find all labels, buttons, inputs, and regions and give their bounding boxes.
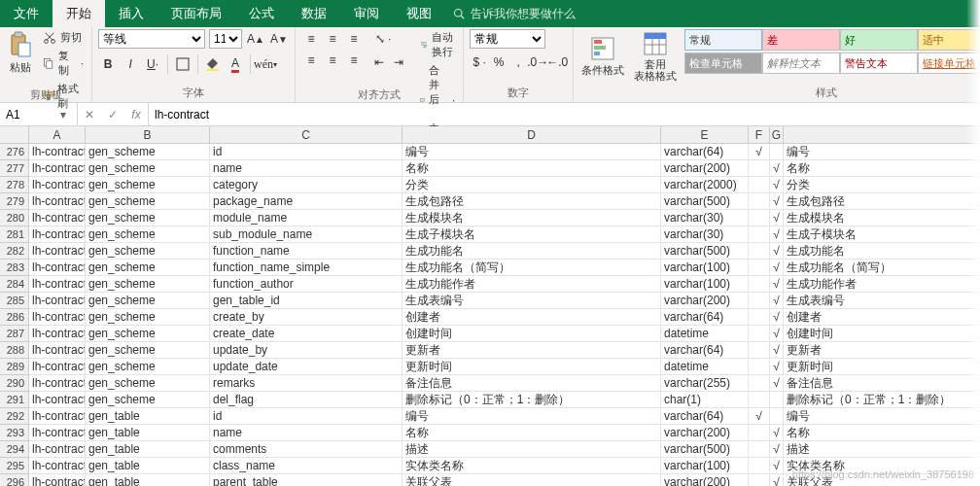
cell[interactable]: gen_table: [86, 441, 210, 458]
style-link[interactable]: 链接单元格: [918, 52, 980, 74]
cell[interactable]: [749, 309, 770, 326]
cell[interactable]: 生成功能名: [402, 243, 661, 260]
cell[interactable]: 分类: [784, 177, 980, 193]
cell[interactable]: √: [770, 160, 784, 177]
cell[interactable]: √: [770, 177, 784, 193]
decrease-font-button[interactable]: A▼: [269, 29, 289, 49]
cell[interactable]: parent_table: [210, 474, 402, 486]
style-neutral[interactable]: 适中: [918, 29, 980, 51]
cell[interactable]: varchar(30): [661, 226, 749, 243]
cell[interactable]: √: [770, 193, 784, 210]
cell[interactable]: module_name: [210, 210, 402, 226]
align-left-button[interactable]: ≡: [301, 51, 321, 70]
cell[interactable]: varchar(200): [661, 474, 749, 486]
increase-decimal-button[interactable]: .0→: [528, 52, 547, 72]
cell[interactable]: [749, 260, 770, 276]
tab-插入[interactable]: 插入: [105, 0, 158, 27]
cell[interactable]: 创建者: [784, 309, 980, 326]
cell[interactable]: create_by: [210, 309, 402, 326]
cell[interactable]: gen_scheme: [86, 160, 210, 177]
align-top-button[interactable]: ≡: [301, 29, 321, 49]
cell[interactable]: gen_scheme: [86, 293, 210, 309]
cell[interactable]: √: [770, 375, 784, 392]
row-header[interactable]: 282: [0, 243, 29, 260]
cell[interactable]: 生成子模块名: [402, 226, 661, 243]
select-all-corner[interactable]: [0, 126, 29, 143]
tell-me-search[interactable]: 告诉我你想要做什么: [453, 0, 576, 27]
cell[interactable]: √: [770, 226, 784, 243]
cell[interactable]: 编号: [402, 144, 661, 160]
row-header[interactable]: 278: [0, 177, 29, 193]
cell[interactable]: 创建时间: [402, 326, 661, 342]
col-header-H[interactable]: [784, 126, 980, 143]
cell[interactable]: √: [770, 293, 784, 309]
cell[interactable]: 删除标记（0：正常；1：删除）: [784, 392, 980, 408]
cell[interactable]: gen_table: [86, 474, 210, 486]
cell[interactable]: varchar(200): [661, 293, 749, 309]
border-button[interactable]: [173, 54, 192, 74]
tab-文件[interactable]: 文件: [0, 0, 52, 27]
cell[interactable]: gen_scheme: [86, 326, 210, 342]
cell[interactable]: 名称: [402, 425, 661, 441]
cell[interactable]: 备注信息: [402, 375, 661, 392]
paste-button[interactable]: 粘贴: [6, 29, 35, 75]
cell[interactable]: [749, 243, 770, 260]
cell[interactable]: [749, 474, 770, 486]
cell[interactable]: datetime: [661, 359, 749, 375]
cell[interactable]: comments: [210, 441, 402, 458]
tab-公式[interactable]: 公式: [235, 0, 288, 27]
cell[interactable]: gen_scheme: [86, 243, 210, 260]
col-header-G[interactable]: G: [770, 126, 784, 143]
row-header[interactable]: 289: [0, 359, 29, 375]
row-header[interactable]: 285: [0, 293, 29, 309]
row-header[interactable]: 280: [0, 210, 29, 226]
row-header[interactable]: 287: [0, 326, 29, 342]
cell[interactable]: [749, 177, 770, 193]
cell[interactable]: gen_scheme: [86, 375, 210, 392]
cell[interactable]: 名称: [784, 160, 980, 177]
cell[interactable]: 描述: [402, 441, 661, 458]
cell[interactable]: gen_scheme: [86, 392, 210, 408]
cell[interactable]: 描述: [784, 441, 980, 458]
copy-button[interactable]: 复制 ·: [41, 48, 86, 79]
row-header[interactable]: 283: [0, 260, 29, 276]
cell[interactable]: gen_scheme: [86, 193, 210, 210]
cell[interactable]: varchar(64): [661, 309, 749, 326]
cell[interactable]: √: [770, 342, 784, 359]
row-header[interactable]: 279: [0, 193, 29, 210]
cell[interactable]: 生成子模块名: [784, 226, 980, 243]
style-good[interactable]: 好: [840, 29, 918, 51]
tab-页面布局[interactable]: 页面布局: [158, 0, 235, 27]
cell[interactable]: [749, 210, 770, 226]
cell[interactable]: varchar(100): [661, 276, 749, 293]
cell[interactable]: lh-contract: [29, 326, 86, 342]
cell[interactable]: 生成功能名（简写）: [402, 260, 661, 276]
cell[interactable]: gen_scheme: [86, 177, 210, 193]
cell[interactable]: lh-contract: [29, 276, 86, 293]
cell[interactable]: √: [770, 243, 784, 260]
cut-button[interactable]: 剪切: [41, 29, 86, 46]
cell[interactable]: update_date: [210, 359, 402, 375]
cell[interactable]: 生成功能作者: [784, 276, 980, 293]
cell[interactable]: lh-contract: [29, 425, 86, 441]
cell[interactable]: 实体类名称: [784, 458, 980, 474]
style-bad[interactable]: 差: [762, 29, 840, 51]
cell[interactable]: varchar(100): [661, 260, 749, 276]
cell[interactable]: name: [210, 160, 402, 177]
cell[interactable]: 生成功能名: [784, 243, 980, 260]
cell[interactable]: lh-contract: [29, 177, 86, 193]
orientation-button[interactable]: ⤡ ·: [369, 29, 397, 49]
increase-indent-button[interactable]: ⇥: [389, 52, 408, 72]
col-header-D[interactable]: D: [402, 126, 661, 143]
enter-formula-button[interactable]: ✓: [101, 105, 124, 124]
cell[interactable]: gen_table: [86, 408, 210, 425]
cell[interactable]: lh-contract: [29, 342, 86, 359]
cell[interactable]: lh-contract: [29, 359, 86, 375]
percent-button[interactable]: %: [489, 52, 508, 72]
row-header[interactable]: 277: [0, 160, 29, 177]
cell[interactable]: [749, 441, 770, 458]
cell[interactable]: lh-contract: [29, 293, 86, 309]
cell[interactable]: [749, 375, 770, 392]
align-right-button[interactable]: ≡: [344, 51, 364, 70]
col-header-F[interactable]: F: [749, 126, 770, 143]
